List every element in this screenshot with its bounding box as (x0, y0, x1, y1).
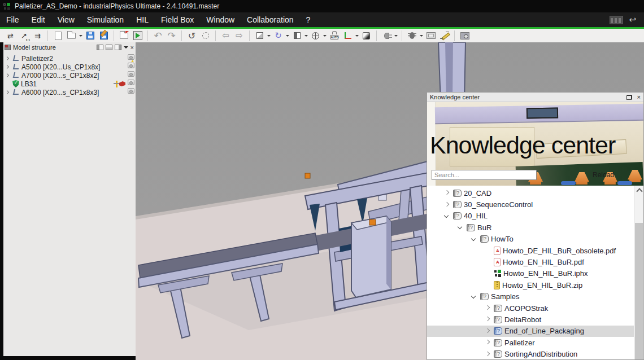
pdf-file-icon (494, 247, 501, 255)
visibility-icon[interactable] (128, 63, 134, 68)
menu-field-box[interactable]: Field Box (155, 13, 200, 27)
menu-window[interactable]: Window (200, 13, 241, 27)
render-mode-button[interactable] (360, 30, 372, 42)
view-forward-button[interactable]: ⇨ (233, 30, 245, 42)
scrollbar-thumb[interactable] (635, 223, 643, 359)
scale-1-1-icon[interactable]: ↗1:1 (18, 30, 30, 42)
menu-file[interactable]: File (0, 13, 25, 27)
menu-simulation[interactable]: Simulation (81, 13, 130, 27)
kc-item-sortinganddistribution[interactable]: SortingAndDistribution (427, 348, 634, 359)
menu-edit[interactable]: Edit (25, 13, 51, 27)
model-tree-item-a5000[interactable]: A5000 [X20...Us_CP1x8x] (3, 63, 136, 71)
redo-button[interactable]: ↷ (166, 30, 177, 42)
model-tree-item-lb31[interactable]: LB31 (3, 80, 136, 88)
chevron-down-icon[interactable] (470, 293, 478, 301)
clip-plane-dropdown[interactable] (304, 35, 308, 38)
measure-tool-button[interactable] (438, 30, 450, 42)
close-panel-button[interactable]: × (637, 95, 641, 100)
search-input[interactable] (432, 170, 537, 180)
camera-globe-dropdown[interactable] (323, 35, 327, 38)
chevron-down-icon[interactable] (443, 212, 451, 220)
visibility-icon[interactable] (128, 54, 134, 60)
kc-item-acopostrak[interactable]: ACOPOStrak (427, 302, 634, 314)
float-panel-button[interactable] (626, 95, 632, 100)
debug-bug-button[interactable] (406, 30, 418, 42)
return-arrow-icon[interactable]: ↩ (629, 15, 636, 25)
menu-collaboration[interactable]: Collaboration (241, 13, 300, 27)
kc-item-howto-en-pdf[interactable]: Howto_EN_HIL_BuR.pdf (427, 256, 634, 267)
view-back-button[interactable]: ⇦ (220, 30, 232, 42)
view-cube-button[interactable] (254, 30, 266, 42)
chevron-right-icon[interactable] (4, 64, 11, 71)
clip-plane-button[interactable] (291, 30, 303, 42)
chevron-right-icon[interactable] (4, 55, 11, 62)
new-file-button[interactable] (52, 30, 64, 42)
visibility-icon[interactable] (128, 71, 134, 77)
kc-item-howto-de-pdf[interactable]: Howto_DE_HIL_BuR_obsolete.pdf (427, 245, 634, 256)
auto-lock-button[interactable]: AUTO (328, 30, 340, 42)
rotate-view-dropdown[interactable] (286, 35, 289, 38)
dock-bottom-button[interactable] (106, 45, 112, 50)
chevron-down-icon[interactable] (456, 223, 464, 231)
dock-right-button[interactable] (115, 45, 121, 50)
menu-help[interactable]: ? (300, 13, 317, 27)
knowledge-center-header[interactable]: Knowledge center × (427, 93, 643, 102)
model-tree-item-palletizer2[interactable]: Palletizer2 (3, 54, 136, 63)
chevron-right-icon[interactable] (484, 304, 491, 312)
kc-item-howto-en-iphx[interactable]: Howto_EN_HIL_BuR.iphx (427, 268, 634, 279)
open-file-dropdown[interactable] (79, 35, 82, 38)
view-cube-dropdown[interactable] (267, 35, 271, 38)
chevron-down-icon[interactable] (470, 235, 478, 243)
save-button[interactable] (84, 30, 96, 42)
headlight-dropdown[interactable] (394, 35, 398, 38)
rotate-view-button[interactable]: ↻ (272, 30, 284, 42)
start-simulation-button[interactable] (132, 30, 143, 42)
orbit-view-button[interactable]: ↺ (186, 30, 198, 42)
reload-button[interactable]: Reload (593, 171, 614, 179)
filmstrip-icon[interactable] (610, 16, 623, 24)
open-file-button[interactable] (66, 30, 77, 42)
visibility-icon[interactable] (128, 80, 134, 85)
model-tree-item-a6000[interactable]: A6000 [X20...s_CP1x8x3] (3, 88, 136, 96)
scrollbar[interactable] (634, 186, 643, 359)
headlight-button[interactable] (381, 30, 393, 42)
menu-hil[interactable]: HIL (130, 13, 155, 27)
chevron-right-icon[interactable] (484, 350, 491, 358)
screen-view-button[interactable] (425, 30, 437, 42)
kc-item-20-cad[interactable]: 20_CAD (427, 187, 634, 199)
kc-item-30-sequencecontrol[interactable]: 30_SequenceControl (427, 199, 634, 210)
kc-item-samples[interactable]: Samples (427, 291, 634, 302)
scale-tool-icon[interactable]: ⇄ (5, 30, 16, 42)
chevron-right-icon[interactable] (443, 189, 451, 197)
chevron-right-icon[interactable] (4, 72, 11, 79)
chevron-right-icon[interactable] (484, 327, 491, 335)
chevron-right-icon[interactable] (484, 339, 491, 346)
kc-item-40-hil[interactable]: 40_HIL (427, 210, 634, 222)
model-tree-item-a7000[interactable]: A7000 [X20...s_CP1x8x2] (3, 71, 136, 80)
transform-tool-icon[interactable]: ⇉ (32, 30, 43, 42)
dock-left-button[interactable] (97, 45, 103, 50)
open-project-button[interactable] (118, 30, 130, 42)
coordinate-axes-dropdown[interactable] (355, 35, 359, 38)
camera-globe-button[interactable] (310, 30, 321, 42)
kc-item-howto[interactable]: HowTo (427, 234, 634, 245)
debug-dropdown[interactable] (420, 35, 423, 38)
kc-item-howto-en-zip[interactable]: Howto_EN_HIL_BuR.zip (427, 279, 634, 291)
menu-view[interactable]: View (51, 13, 81, 27)
save-as-button[interactable] (98, 30, 110, 42)
kc-item-bur[interactable]: BuR (427, 222, 634, 233)
kc-item-end-of-line-packaging[interactable]: End_of_Line_Packaging (427, 326, 634, 337)
chevron-right-icon[interactable] (4, 89, 11, 96)
kc-item-palletizer[interactable]: Palletizer (427, 337, 634, 348)
kc-item-deltarobot[interactable]: DeltaRobot (427, 314, 634, 325)
chevron-right-icon[interactable] (443, 201, 451, 209)
panel-menu-dropdown[interactable] (124, 46, 128, 51)
screenshot-button[interactable] (459, 30, 471, 42)
chevron-right-icon[interactable] (484, 315, 491, 323)
undo-button[interactable]: ↶ (152, 30, 164, 42)
coordinate-axes-button[interactable] (342, 30, 354, 42)
zoom-fit-button[interactable] (199, 30, 211, 42)
visibility-icon[interactable] (128, 88, 134, 94)
scroll-up-button[interactable] (634, 186, 643, 195)
panel-close-button[interactable]: × (130, 45, 134, 50)
